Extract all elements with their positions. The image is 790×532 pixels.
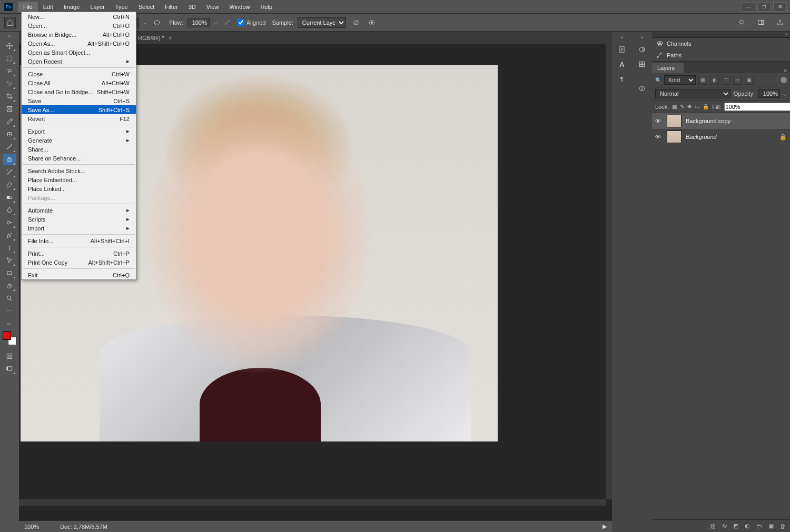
menu-item-share[interactable]: Share... [22, 145, 136, 154]
filter-pixel-icon[interactable]: ▦ [698, 76, 707, 85]
layer-thumbnail[interactable] [667, 131, 682, 143]
paragraph-panel-icon[interactable]: ¶ [616, 74, 628, 84]
layer-mask-icon[interactable]: ◩ [733, 523, 738, 529]
lock-position-icon[interactable]: ✥ [687, 102, 692, 111]
menu-item-new[interactable]: New...Ctrl+N [22, 12, 136, 21]
ignore-adjustment-icon[interactable] [350, 17, 362, 28]
crop-tool[interactable] [3, 91, 16, 102]
menu-item-print-one-copy[interactable]: Print One CopyAlt+Shift+Ctrl+P [22, 258, 136, 267]
brush-tool[interactable] [3, 141, 16, 153]
layer-fx-icon[interactable]: fx [722, 523, 727, 529]
menu-item-place-embedded[interactable]: Place Embedded... [22, 175, 136, 184]
history-panel-icon[interactable] [616, 44, 628, 55]
lock-transparency-icon[interactable]: ▦ [672, 102, 677, 111]
layer-thumbnail[interactable] [667, 115, 682, 127]
menu-window[interactable]: Window [224, 2, 255, 12]
rectangle-tool[interactable] [3, 267, 16, 279]
flow-input[interactable] [187, 18, 210, 27]
dodge-tool[interactable] [3, 217, 16, 228]
swatches-panel-icon[interactable] [636, 59, 648, 69]
pressure-size-icon[interactable] [366, 17, 378, 28]
collapse-icon[interactable]: » [8, 34, 11, 39]
flow-chevron-icon[interactable]: ⌵ [214, 19, 218, 26]
screen-mode-icon[interactable] [3, 363, 16, 375]
filter-kind-select[interactable]: Kind [664, 75, 696, 85]
layer-row[interactable]: 👁Background copy [652, 113, 790, 129]
layers-tab[interactable]: Layers [652, 63, 684, 73]
foreground-color[interactable] [3, 332, 11, 340]
menu-image[interactable]: Image [58, 2, 85, 12]
menu-file[interactable]: File [18, 2, 38, 12]
pen-tool[interactable] [3, 229, 16, 241]
quick-mask-icon[interactable] [3, 350, 16, 362]
lasso-tool[interactable] [3, 65, 16, 77]
collapse-icon[interactable]: « [652, 32, 790, 38]
menu-item-search-adobe-stock[interactable]: Search Adobe Stock... [22, 166, 136, 175]
lock-all-icon[interactable]: 🔒 [703, 102, 709, 111]
path-select-tool[interactable] [3, 255, 16, 266]
lock-artboard-icon[interactable]: ▭ [695, 102, 699, 111]
menu-type[interactable]: Type [110, 2, 133, 12]
menu-layer[interactable]: Layer [85, 2, 110, 12]
menu-item-browse-in-bridge[interactable]: Browse in Bridge...Alt+Ctrl+O [22, 30, 136, 39]
fill-input[interactable] [724, 103, 790, 111]
menu-item-file-info[interactable]: File Info...Alt+Shift+Ctrl+I [22, 236, 136, 245]
hand-tool[interactable] [3, 280, 16, 292]
channels-panel-button[interactable]: Channels [652, 38, 790, 49]
horizontal-scrollbar[interactable] [19, 499, 606, 506]
menu-item-open[interactable]: Open...Ctrl+O [22, 21, 136, 30]
edit-toolbar-icon[interactable]: ⋯ [3, 305, 16, 317]
menu-item-print[interactable]: Print...Ctrl+P [22, 249, 136, 258]
menu-item-share-on-behance[interactable]: Share on Behance... [22, 154, 136, 163]
link-layers-icon[interactable]: ⛓ [710, 523, 716, 529]
vertical-scrollbar[interactable] [606, 44, 612, 499]
quick-select-tool[interactable] [3, 78, 16, 89]
menu-select[interactable]: Select [133, 2, 160, 12]
menu-item-close[interactable]: CloseCtrl+W [22, 69, 136, 78]
new-layer-icon[interactable]: ▣ [768, 523, 774, 529]
menu-item-revert[interactable]: RevertF12 [22, 114, 136, 123]
menu-3d[interactable]: 3D [183, 2, 201, 12]
menu-item-open-as-smart-object[interactable]: Open as Smart Object... [22, 48, 136, 57]
menu-item-generate[interactable]: Generate▸ [22, 136, 136, 145]
paths-panel-button[interactable]: Paths [652, 49, 790, 61]
zoom-tool[interactable] [3, 293, 16, 304]
home-icon[interactable] [4, 17, 16, 28]
gradient-tool[interactable] [3, 192, 16, 203]
maximize-button[interactable]: □ [757, 2, 771, 12]
move-tool[interactable] [3, 40, 16, 52]
menu-item-scripts[interactable]: Scripts▸ [22, 215, 136, 224]
frame-tool[interactable] [3, 103, 16, 115]
close-icon[interactable]: × [169, 35, 172, 41]
status-arrow-icon[interactable]: ▶ [603, 523, 607, 530]
menu-item-close-and-go-to-bridge[interactable]: Close and Go to Bridge...Shift+Ctrl+W [22, 87, 136, 96]
visibility-icon[interactable]: 👁 [655, 118, 663, 124]
swap-colors-icon[interactable]: ⤺ [3, 321, 16, 327]
pressure-opacity-icon[interactable] [151, 17, 163, 28]
airbrush-icon[interactable] [222, 17, 233, 28]
eyedropper-tool[interactable] [3, 116, 16, 127]
menu-view[interactable]: View [201, 2, 224, 12]
menu-item-open-recent[interactable]: Open Recent▸ [22, 57, 136, 66]
zoom-level[interactable]: 100% [24, 524, 39, 530]
sample-select[interactable]: Current Layer [298, 17, 346, 28]
collapse-icon[interactable]: « [620, 35, 623, 40]
menu-item-close-all[interactable]: Close AllAlt+Ctrl+W [22, 78, 136, 87]
menu-item-import[interactable]: Import▸ [22, 224, 136, 233]
visibility-icon[interactable]: 👁 [655, 134, 663, 140]
close-window-button[interactable]: ✕ [773, 2, 787, 12]
collapse-icon[interactable]: « [640, 35, 643, 40]
color-panel-icon[interactable] [636, 44, 648, 55]
group-icon[interactable]: 🗀 [756, 523, 762, 529]
lock-pixels-icon[interactable]: ✎ [680, 102, 684, 111]
adjustment-layer-icon[interactable]: ◐ [745, 523, 750, 529]
menu-item-save[interactable]: SaveCtrl+S [22, 96, 136, 105]
share-icon[interactable] [774, 17, 786, 28]
character-panel-icon[interactable]: A [616, 59, 628, 69]
type-tool[interactable] [3, 242, 16, 254]
opacity-chevron-icon[interactable]: ⌵ [143, 19, 147, 26]
menu-item-open-as[interactable]: Open As...Alt+Shift+Ctrl+O [22, 39, 136, 48]
aligned-checkbox[interactable]: Aligned [238, 19, 266, 26]
minimize-button[interactable]: — [742, 2, 755, 12]
menu-item-automate[interactable]: Automate▸ [22, 206, 136, 215]
